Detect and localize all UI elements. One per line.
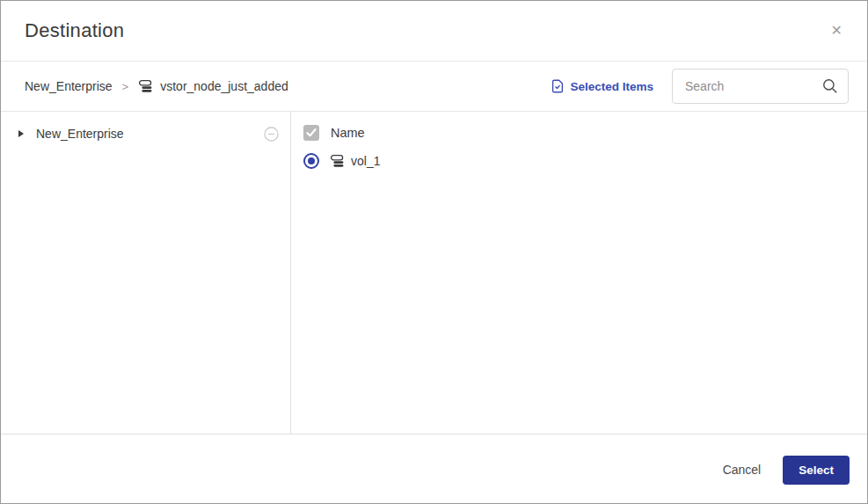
breadcrumb-item-root[interactable]: New_Enterprise [25,79,113,93]
database-stack-icon [330,153,346,169]
tree-item-label: New_Enterprise [36,127,124,141]
selected-items-label: Selected Items [570,80,653,93]
minus-circle-icon[interactable] [264,127,279,142]
select-button[interactable]: Select [783,456,850,485]
list-header-row: Name [291,119,867,147]
dialog-header: Destination ✕ [1,1,867,62]
dialog-body: New_Enterprise Name [1,112,867,434]
database-stack-icon [138,78,154,94]
row-label: vol_1 [351,154,380,168]
list-panel: Name vol_1 [291,112,867,434]
select-all-checkbox[interactable] [303,125,319,141]
document-check-icon [551,79,564,93]
row-radio-button[interactable] [303,153,319,169]
toolbar: New_Enterprise > vstor_node_just_added [1,62,867,112]
destination-dialog: Destination ✕ New_Enterprise > vstor_nod… [0,0,868,504]
list-item-vol-1[interactable]: vol_1 [291,147,867,175]
triangle-right-icon[interactable] [18,130,24,137]
radio-dot [308,157,315,164]
breadcrumb-separator-icon: > [122,80,129,93]
dialog-footer: Cancel Select [1,434,867,504]
selected-items-button[interactable]: Selected Items [551,79,653,93]
breadcrumb-current-label: vstor_node_just_added [160,79,288,93]
close-icon[interactable]: ✕ [828,20,846,41]
breadcrumb-item-current: vstor_node_just_added [138,78,288,94]
name-column-header: Name [331,126,365,140]
search-icon[interactable] [821,77,839,95]
tree-item-new-enterprise[interactable]: New_Enterprise [1,119,290,149]
toolbar-right: Selected Items [551,69,849,104]
breadcrumb: New_Enterprise > vstor_node_just_added [25,78,288,94]
cancel-button[interactable]: Cancel [723,463,762,477]
search-box [672,69,849,104]
tree-panel: New_Enterprise [1,112,291,434]
dialog-title: Destination [25,19,124,42]
